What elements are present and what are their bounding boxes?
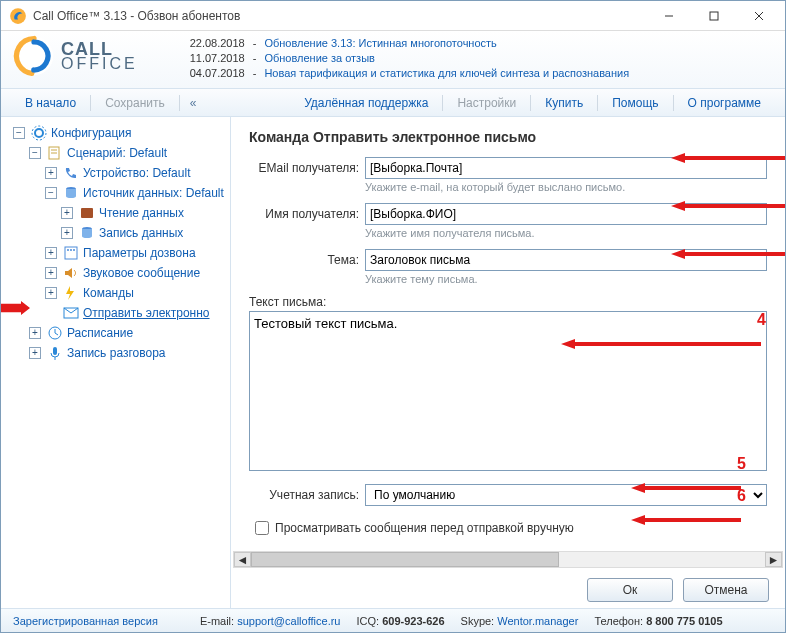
close-button[interactable] xyxy=(736,2,781,30)
panel-title: Команда Отправить электронное письмо xyxy=(249,129,767,145)
name-label: Имя получателя: xyxy=(249,207,359,221)
status-skype[interactable]: Wentor.manager xyxy=(497,615,578,627)
svg-rect-20 xyxy=(53,347,57,355)
tree-item-dialparams[interactable]: +Параметры дозвона xyxy=(1,243,230,263)
svg-rect-2 xyxy=(710,12,718,20)
account-label: Учетная запись: xyxy=(249,488,359,502)
logo-icon xyxy=(13,35,55,77)
expand-icon[interactable]: + xyxy=(61,227,73,239)
logo-text: CALLOFFICE xyxy=(61,41,138,72)
mic-icon xyxy=(47,345,63,361)
dial-icon xyxy=(63,245,79,261)
svg-point-16 xyxy=(70,249,72,251)
preview-checkbox[interactable] xyxy=(255,521,269,535)
status-icq: 609-923-626 xyxy=(382,615,444,627)
header: CALLOFFICE 22.08.2018-Обновление 3.13: И… xyxy=(1,31,785,89)
phone-icon xyxy=(63,165,79,181)
menu-save: Сохранить xyxy=(95,96,175,110)
tree-item-commands[interactable]: +Команды xyxy=(1,283,230,303)
bolt-icon xyxy=(63,285,79,301)
expand-icon[interactable]: − xyxy=(29,147,41,159)
menu-about[interactable]: О программе xyxy=(678,96,771,110)
expand-icon[interactable]: + xyxy=(29,347,41,359)
clock-icon xyxy=(47,325,63,341)
name-field[interactable] xyxy=(365,203,767,225)
horizontal-scrollbar[interactable]: ◄ ► xyxy=(233,551,783,568)
expand-icon[interactable]: + xyxy=(45,247,57,259)
news-link[interactable]: Обновление 3.13: Истинная многопоточност… xyxy=(264,37,496,49)
news-link[interactable]: Новая тарификация и статистика для ключе… xyxy=(264,67,629,79)
speaker-icon xyxy=(63,265,79,281)
body: − Конфигурация − Сценарий: Default xyxy=(1,117,785,608)
scroll-right-button[interactable]: ► xyxy=(765,552,782,567)
database-icon xyxy=(63,185,79,201)
svg-point-6 xyxy=(35,129,43,137)
subject-label: Тема: xyxy=(249,253,359,267)
gear-icon xyxy=(31,125,47,141)
app-window: Call Office™ 3.13 - Обзвон абонентов CAL… xyxy=(0,0,786,633)
menu-remote-support[interactable]: Удалённая поддержка xyxy=(294,96,438,110)
main-panel: Команда Отправить электронное письмо EMa… xyxy=(231,117,785,608)
logo: CALLOFFICE xyxy=(13,35,138,77)
tree-item-write[interactable]: +Запись данных xyxy=(1,223,230,243)
maximize-button[interactable] xyxy=(691,2,736,30)
status-phone: 8 800 775 0105 xyxy=(646,615,722,627)
tree-item-device[interactable]: +Устройство: Default xyxy=(1,163,230,183)
expand-icon[interactable]: + xyxy=(45,267,57,279)
tree-item-config[interactable]: − Конфигурация xyxy=(1,123,230,143)
expand-icon[interactable]: + xyxy=(61,207,73,219)
statusbar: Зарегистрированная версия E-mail: suppor… xyxy=(1,608,785,632)
menubar: В начало Сохранить « Удалённая поддержка… xyxy=(1,89,785,117)
news-link[interactable]: Обновление за отзыв xyxy=(264,52,375,64)
expand-icon[interactable]: − xyxy=(13,127,25,139)
status-email[interactable]: support@calloffice.ru xyxy=(237,615,340,627)
svg-rect-12 xyxy=(81,208,93,218)
cancel-button[interactable]: Отмена xyxy=(683,578,769,602)
mail-icon xyxy=(63,305,79,321)
subject-field[interactable] xyxy=(365,249,767,271)
subject-hint: Укажите тему письма. xyxy=(365,273,767,285)
scroll-left-button[interactable]: ◄ xyxy=(234,552,251,567)
menu-home[interactable]: В начало xyxy=(15,96,86,110)
scroll-thumb[interactable] xyxy=(251,552,559,567)
body-textarea[interactable]: Тестовый текст письма. xyxy=(249,311,767,471)
news-list: 22.08.2018-Обновление 3.13: Истинная мно… xyxy=(188,35,637,82)
script-icon xyxy=(47,145,63,161)
status-registered[interactable]: Зарегистрированная версия xyxy=(13,615,158,627)
sidebar-tree[interactable]: − Конфигурация − Сценарий: Default xyxy=(1,117,231,608)
expand-icon[interactable]: + xyxy=(45,287,57,299)
svg-point-17 xyxy=(73,249,75,251)
account-select[interactable]: По умолчанию xyxy=(365,484,767,506)
tree-item-schedule[interactable]: +Расписание xyxy=(1,323,230,343)
minimize-button[interactable] xyxy=(646,2,691,30)
collapse-sidebar-button[interactable]: « xyxy=(190,96,197,110)
email-label: EMail получателя: xyxy=(249,161,359,175)
menu-buy[interactable]: Купить xyxy=(535,96,593,110)
menu-help[interactable]: Помощь xyxy=(602,96,668,110)
tree-item-sendmail[interactable]: Отправить электронно xyxy=(1,303,230,323)
expand-icon[interactable]: + xyxy=(45,167,57,179)
ok-button[interactable]: Ок xyxy=(587,578,673,602)
preview-label: Просматривать сообщения перед отправкой … xyxy=(275,521,574,535)
tree-item-sound[interactable]: +Звуковое сообщение xyxy=(1,263,230,283)
app-icon xyxy=(9,7,27,25)
svg-point-15 xyxy=(67,249,69,251)
email-field[interactable] xyxy=(365,157,767,179)
expand-icon[interactable]: + xyxy=(29,327,41,339)
tree-item-record[interactable]: +Запись разговора xyxy=(1,343,230,363)
tree-item-read[interactable]: +Чтение данных xyxy=(1,203,230,223)
svg-rect-14 xyxy=(65,247,77,259)
database-icon xyxy=(79,225,95,241)
tree-item-datasource[interactable]: −Источник данных: Default xyxy=(1,183,230,203)
body-label: Текст письма: xyxy=(249,295,767,309)
email-hint: Укажите e-mail, на который будет выслано… xyxy=(365,181,767,193)
titlebar: Call Office™ 3.13 - Обзвон абонентов xyxy=(1,1,785,31)
name-hint: Укажите имя получателя письма. xyxy=(365,227,767,239)
menu-settings[interactable]: Настройки xyxy=(447,96,526,110)
svg-point-0 xyxy=(10,8,26,24)
book-icon xyxy=(79,205,95,221)
tree-item-scenario[interactable]: − Сценарий: Default xyxy=(1,143,230,163)
expand-icon[interactable]: − xyxy=(45,187,57,199)
window-title: Call Office™ 3.13 - Обзвон абонентов xyxy=(33,9,646,23)
